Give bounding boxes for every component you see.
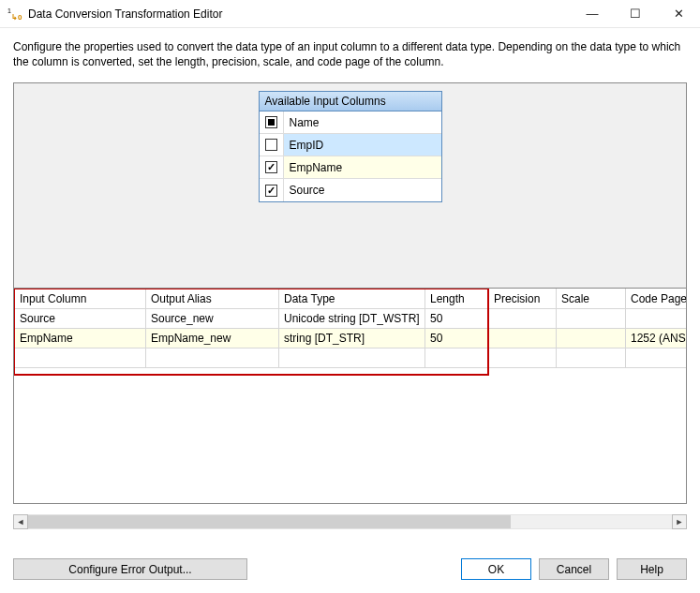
col-precision[interactable]: Precision [489,289,557,308]
cell-precision[interactable] [489,308,557,328]
cell-data-type[interactable]: Unicode string [DT_WSTR] [279,308,425,328]
cell-scale[interactable] [557,328,626,348]
name-column-header: Name [284,111,441,133]
cancel-button[interactable]: Cancel [539,558,609,580]
cell-length[interactable]: 50 [425,308,489,328]
grid-empty-row[interactable] [15,348,688,367]
col-scale[interactable]: Scale [557,289,626,308]
available-row-empid[interactable]: EmpID [260,134,441,156]
available-columns-list: Available Input Columns Name EmpID EmpNa… [259,91,442,202]
available-label: EmpID [284,134,441,156]
window-title: Data Conversion Transformation Editor [28,7,571,21]
col-data-type[interactable]: Data Type [279,289,425,308]
cell-input-column[interactable]: EmpName [15,328,146,348]
minimize-button[interactable]: ― [571,0,614,27]
close-button[interactable]: ✕ [657,0,700,27]
help-button[interactable]: Help [617,558,687,580]
scroll-right-button[interactable]: ► [672,514,687,529]
cell-scale[interactable] [557,308,626,328]
checkbox-source[interactable] [260,179,284,201]
maximize-button[interactable]: ☐ [614,0,657,27]
titlebar: 1 ↳0 Data Conversion Transformation Edit… [0,0,700,28]
grid-header-row: Input Column Output Alias Data Type Leng… [15,289,688,308]
select-all-checkbox-cell[interactable] [260,111,284,133]
checkbox-empid[interactable] [260,134,284,156]
app-icon: 1 ↳0 [7,7,22,22]
checkbox-icon [265,139,277,151]
col-code-page[interactable]: Code Page [626,289,688,308]
col-output-alias[interactable]: Output Alias [146,289,279,308]
available-row-source[interactable]: Source [260,179,441,201]
svg-text:↳0: ↳0 [11,13,22,22]
cell-precision[interactable] [489,328,557,348]
dialog-buttons: Configure Error Output... OK Cancel Help [13,558,687,580]
available-columns-header: Available Input Columns [260,92,441,111]
cell-length[interactable]: 50 [425,328,489,348]
horizontal-scrollbar[interactable]: ◄ ► [13,514,687,529]
ok-button[interactable]: OK [461,558,531,580]
scroll-track[interactable] [28,514,672,529]
checkbox-icon [265,161,277,173]
conversion-grid-panel: Input Column Output Alias Data Type Leng… [13,289,687,504]
checkbox-icon [265,185,277,197]
cell-input-column[interactable]: Source [15,308,146,328]
cell-code-page[interactable] [626,308,688,328]
cell-code-page[interactable]: 1252 (ANSI [626,328,688,348]
available-label: EmpName [284,156,441,178]
available-row-empname[interactable]: EmpName [260,156,441,179]
available-columns-panel: Available Input Columns Name EmpID EmpNa… [13,82,687,289]
select-all-checkbox-icon [265,116,277,128]
grid-row[interactable]: Source Source_new Unicode string [DT_WST… [15,308,688,328]
scroll-left-button[interactable]: ◄ [13,514,28,529]
col-length[interactable]: Length [425,289,489,308]
window-controls: ― ☐ ✕ [571,0,700,27]
cell-output-alias[interactable]: EmpName_new [146,328,279,348]
available-header-row: Name [260,111,441,134]
cell-output-alias[interactable]: Source_new [146,308,279,328]
col-input-column[interactable]: Input Column [15,289,146,308]
scroll-thumb[interactable] [28,515,511,528]
cell-data-type[interactable]: string [DT_STR] [279,328,425,348]
configure-error-output-button[interactable]: Configure Error Output... [13,558,247,580]
checkbox-empname[interactable] [260,156,284,178]
available-label: Source [284,179,441,201]
grid-row[interactable]: EmpName EmpName_new string [DT_STR] 50 1… [15,328,688,348]
description-text: Configure the properties used to convert… [13,39,687,69]
conversion-grid[interactable]: Input Column Output Alias Data Type Leng… [14,289,687,368]
